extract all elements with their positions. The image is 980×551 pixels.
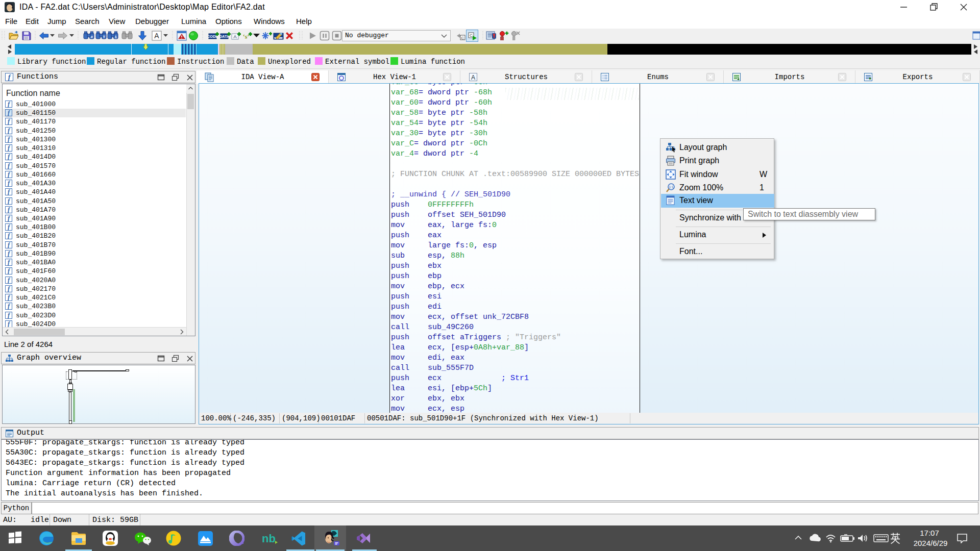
svg-text:1:1: 1:1 — [669, 185, 673, 189]
svg-text:T: T — [103, 35, 105, 39]
svg-text:A: A — [471, 74, 475, 81]
svg-text:#: # — [91, 35, 93, 39]
svg-text:A: A — [233, 34, 236, 39]
svg-text:1: 1 — [115, 35, 117, 39]
svg-text:C: C — [461, 36, 464, 40]
svg-text:‘s’: ‘s’ — [243, 33, 250, 40]
svg-text:A: A — [154, 32, 159, 40]
svg-text:C: C — [470, 33, 473, 38]
svg-text:nb: nb — [262, 533, 276, 545]
